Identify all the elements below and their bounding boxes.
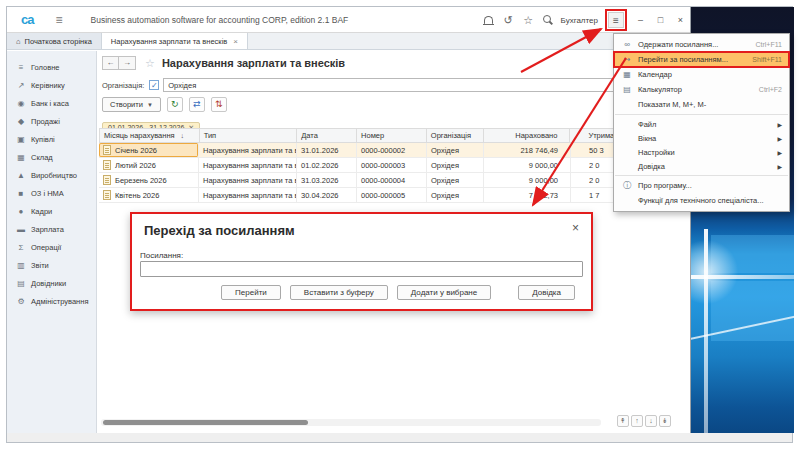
cell-accrued: 7 772,73 [484, 188, 571, 202]
table-row[interactable]: Січень 2026 Нарахування зарплати та вн..… [99, 143, 690, 158]
help-button[interactable]: Довідка [518, 285, 575, 300]
maximize-button[interactable]: □ [654, 15, 667, 25]
column-header-number[interactable]: Номер [357, 129, 427, 142]
forward-button[interactable]: → [119, 56, 136, 70]
menu-separator [615, 114, 788, 115]
menu-item-technician-functions[interactable]: Функції для технічного спеціаліста... [614, 193, 789, 208]
cell-number: 0000-000003 [357, 158, 427, 172]
info-icon: ⓘ [620, 180, 634, 191]
paste-from-clipboard-button[interactable]: Вставити з буферу [290, 285, 388, 300]
close-button[interactable]: × [674, 15, 687, 25]
dialog-title: Перехід за посиланням [144, 223, 295, 238]
minimize-button[interactable]: – [634, 15, 647, 25]
go-last-button[interactable]: ↡ [659, 415, 671, 427]
organization-checkbox[interactable]: ✓ [149, 80, 159, 90]
organization-filter-row: Організація: ✓ [102, 78, 615, 92]
submenu-arrow-icon: ▶ [777, 163, 782, 170]
menu-item-settings[interactable]: Настройки ▶ [614, 145, 789, 159]
menu-item-get-link[interactable]: ∞ Одержати посилання... Ctrl+F11 [614, 37, 789, 52]
menu-item-label: Календар [638, 70, 672, 79]
sidebar-item-label: Адміністрування [31, 297, 88, 306]
sidebar-item-zvity[interactable]: ▥Звіти [7, 256, 96, 274]
sidebar-item-zarplata[interactable]: ▬Зарплата [7, 220, 96, 238]
menu-item-calendar[interactable]: ▦ Календар [614, 67, 789, 82]
toolbar-find-icon[interactable]: ⇄ [189, 97, 205, 112]
column-header-label: Місяць нарахування [104, 131, 175, 140]
column-header-type[interactable]: Тип [200, 129, 298, 142]
organization-input[interactable] [163, 78, 615, 92]
menu-item-windows[interactable]: Вікна ▶ [614, 131, 789, 145]
menu-item-show-memory[interactable]: Показати М, М+, М- [614, 97, 789, 112]
table-row[interactable]: Березень 2026 Нарахування зарплати та вн… [99, 173, 690, 188]
documents-table: Місяць нарахування↓ Тип Дата Номер Орган… [99, 128, 690, 203]
column-header-month[interactable]: Місяць нарахування↓ [100, 129, 200, 142]
sidebar-item-label: Кадри [31, 207, 52, 216]
back-button[interactable]: ← [102, 56, 119, 70]
menu-item-file[interactable]: Файл ▶ [614, 117, 789, 131]
go-previous-button[interactable]: ↑ [631, 415, 643, 427]
menu-item-help[interactable]: Довідка ▶ [614, 159, 789, 173]
document-icon [103, 145, 111, 155]
sidebar-item-label: ОЗ і НМА [31, 189, 64, 198]
sidebar-item-operatsii[interactable]: ΣОперації [7, 238, 96, 256]
menu-item-label: Довідка [638, 162, 665, 171]
toolbar-refresh-icon[interactable]: ↻ [167, 97, 183, 112]
service-settings-menu-button[interactable]: ≡ [608, 12, 624, 28]
search-icon[interactable] [543, 15, 551, 23]
notifications-bell-icon[interactable] [484, 16, 493, 24]
tab-salary-accrual[interactable]: Нарахування зарплати та внесків × [102, 33, 248, 49]
create-button[interactable]: Створити ▼ [102, 97, 161, 112]
sidebar-item-label: Керівнику [31, 81, 65, 90]
horizontal-scrollbar[interactable] [101, 419, 601, 426]
sidebar-item-kadry[interactable]: ●Кадри [7, 202, 96, 220]
column-header-date[interactable]: Дата [297, 129, 357, 142]
column-header-org[interactable]: Організація [427, 129, 484, 142]
menu-item-about[interactable]: ⓘ Про програму... [614, 178, 789, 193]
submenu-arrow-icon: ▶ [777, 149, 782, 156]
cell-month-label: Лютий 2026 [115, 161, 156, 170]
history-icon[interactable]: ↺ [502, 14, 515, 27]
page-favorite-star-icon[interactable]: ☆ [145, 57, 155, 70]
go-to-link-icon: ↪ [620, 55, 634, 64]
menu-item-go-to-link[interactable]: ↪ Перейти за посиланням... Shift+F11 [614, 52, 789, 67]
sidebar-item-sklad[interactable]: ▦Склад [7, 148, 96, 166]
sidebar-item-prodazhi[interactable]: ◆Продажі [7, 112, 96, 130]
go-button[interactable]: Перейти [221, 285, 281, 300]
link-field-label: Посилання: [140, 251, 183, 260]
sidebar-item-label: Звіти [31, 261, 49, 270]
sidebar-item-vyrobnytstvo[interactable]: ▲Виробництво [7, 166, 96, 184]
menu-item-label: Вікна [638, 134, 656, 143]
add-to-favorites-button[interactable]: Додати у вибране [397, 285, 491, 300]
go-next-button[interactable]: ↓ [645, 415, 657, 427]
tab-close-icon[interactable]: × [233, 37, 238, 46]
toolbar-list-settings-icon[interactable]: ⇅ [211, 97, 227, 112]
sidebar-item-kupivli[interactable]: ▣Купівлі [7, 130, 96, 148]
sidebar-item-label: Зарплата [31, 225, 64, 234]
sidebar-item-holovne[interactable]: ≡Головне [7, 58, 96, 76]
coin-icon: ◉ [16, 99, 26, 108]
scrollbar-thumb[interactable] [103, 420, 308, 425]
chart-icon: ↗ [16, 81, 26, 90]
cell-month-label: Березень 2026 [115, 176, 167, 185]
table-row[interactable]: Лютий 2026 Нарахування зарплати та вн...… [99, 158, 690, 173]
tab-active-label: Нарахування зарплати та внесків [111, 37, 227, 46]
favorites-star-icon[interactable]: ☆ [522, 14, 535, 27]
sidebar-item-oz-nma[interactable]: ■ОЗ і НМА [7, 184, 96, 202]
cell-month: Січень 2026 [99, 143, 199, 157]
sidebar-item-dovidnyky[interactable]: ▤Довідники [7, 274, 96, 292]
go-first-button[interactable]: ↟ [617, 415, 629, 427]
column-header-accrued[interactable]: Нараховано [484, 129, 571, 142]
sidebar-item-administruvannia[interactable]: ⚙Адміністрування [7, 292, 96, 310]
sidebar-item-bank-kasa[interactable]: ◉Банк і каса [7, 94, 96, 112]
table-row[interactable]: Квітень 2026 Нарахування зарплати та вн.… [99, 188, 690, 203]
cell-month: Лютий 2026 [99, 158, 199, 172]
main-menu-icon[interactable]: ≡ [55, 13, 62, 27]
dialog-close-icon[interactable]: × [572, 221, 579, 235]
menu-item-label: Про програму... [638, 181, 692, 190]
menu-item-calculator[interactable]: ▤ Калькулятор Ctrl+F2 [614, 82, 789, 97]
sidebar-item-kerivnyku[interactable]: ↗Керівнику [7, 76, 96, 94]
current-user-label[interactable]: Бухгалтер [561, 16, 598, 25]
link-input[interactable] [140, 261, 583, 277]
dialog-buttons: Перейти Вставити з буферу Додати у вибра… [221, 285, 575, 300]
tab-home[interactable]: ⌂ Початкова сторінка [7, 33, 102, 49]
